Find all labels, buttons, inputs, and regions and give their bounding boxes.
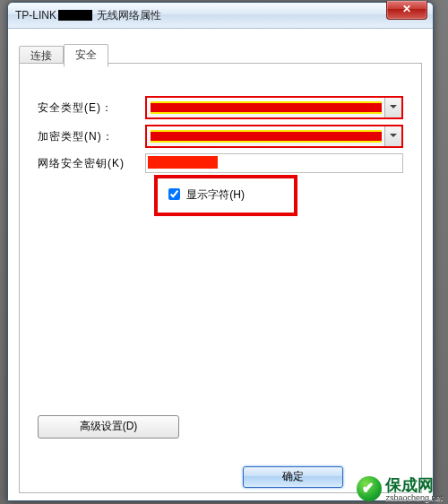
- close-button[interactable]: ✕: [386, 1, 427, 20]
- tab-connect-label: 连接: [30, 49, 52, 62]
- button-advanced-label: 高级设置(D): [80, 420, 138, 432]
- titlebar[interactable]: TP-LINK 无线网络属性 ✕: [8, 3, 433, 29]
- label-show-characters: 显示字符(H): [186, 188, 245, 201]
- tab-security[interactable]: 安全: [64, 44, 108, 67]
- row-network-key: 网络安全密钥(K): [38, 153, 403, 173]
- check-icon: [357, 476, 382, 501]
- combo-encryption-type[interactable]: [145, 125, 403, 148]
- label-security-type: 安全类型(E)：: [38, 100, 145, 116]
- button-advanced-settings[interactable]: 高级设置(D): [38, 415, 179, 439]
- watermark-text: 保成网 zsbaocheng.net: [385, 474, 443, 502]
- dialog-window: TP-LINK 无线网络属性 ✕ 连接 安全 安全类型(E)： 加密类型(N)：…: [7, 2, 434, 501]
- highlight-show-characters: 显示字符(H): [154, 175, 297, 216]
- label-encryption-type: 加密类型(N)：: [38, 129, 145, 144]
- combo-security-type-redacted: [151, 101, 382, 114]
- title-suffix: 无线网络属性: [97, 9, 161, 22]
- chevron-down-icon[interactable]: [384, 98, 401, 117]
- window-title: TP-LINK 无线网络属性: [15, 8, 161, 23]
- label-network-key: 网络安全密钥(K): [38, 156, 145, 171]
- chevron-down-icon[interactable]: [384, 126, 401, 146]
- combo-encryption-type-redacted: [151, 130, 382, 143]
- button-ok[interactable]: 确定: [243, 466, 343, 488]
- watermark-brand: 保成网: [385, 476, 434, 494]
- checkbox-show-characters[interactable]: [168, 188, 180, 200]
- title-prefix: TP-LINK: [15, 9, 56, 22]
- close-icon: ✕: [402, 3, 411, 15]
- combo-security-type[interactable]: [145, 96, 403, 119]
- row-encryption-type: 加密类型(N)：: [38, 125, 403, 148]
- tab-panel-security: 安全类型(E)： 加密类型(N)： 网络安全密钥(K) 显示字符(H) 高级: [19, 63, 422, 493]
- input-network-key[interactable]: [145, 153, 403, 173]
- row-security-type: 安全类型(E)：: [38, 96, 403, 119]
- input-network-key-redacted: [148, 156, 218, 169]
- tab-security-label: 安全: [75, 48, 97, 61]
- button-ok-label: 确定: [282, 470, 304, 482]
- watermark: 保成网 zsbaocheng.net: [357, 474, 443, 502]
- watermark-url: zsbaocheng.net: [385, 493, 443, 502]
- title-obscured: [58, 10, 92, 21]
